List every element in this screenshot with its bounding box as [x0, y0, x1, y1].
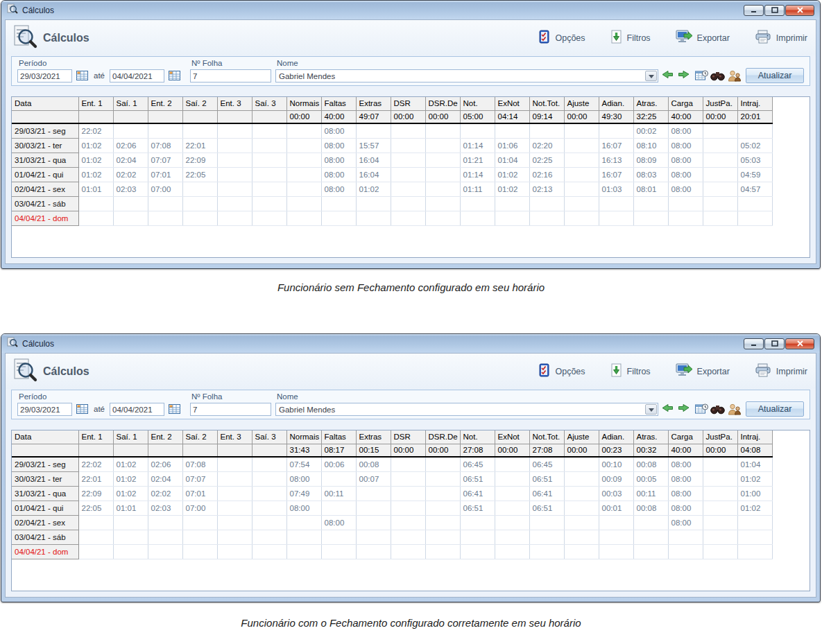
time-cell[interactable]	[148, 196, 182, 211]
time-cell[interactable]: 08:00	[668, 153, 703, 167]
time-cell[interactable]	[495, 457, 529, 471]
close-button[interactable]	[785, 5, 814, 16]
time-cell[interactable]	[668, 530, 703, 544]
time-cell[interactable]: 22:01	[182, 138, 217, 153]
time-cell[interactable]: 08:00	[668, 515, 703, 530]
time-cell[interactable]	[529, 211, 564, 225]
time-cell[interactable]	[737, 544, 772, 559]
time-cell[interactable]: 00:07	[356, 471, 391, 486]
date-cell[interactable]: 30/03/21 - ter	[12, 471, 78, 486]
time-cell[interactable]: 22:05	[78, 501, 113, 515]
titlebar[interactable]: Cálculos	[1, 334, 820, 353]
time-cell[interactable]: 07:08	[148, 138, 182, 153]
date-to-input[interactable]	[110, 69, 164, 82]
time-cell[interactable]	[633, 196, 668, 211]
time-cell[interactable]: 08:00	[668, 138, 703, 153]
time-cell[interactable]: 02:02	[113, 167, 148, 182]
time-cell[interactable]	[564, 501, 599, 515]
time-cell[interactable]	[286, 196, 321, 211]
imprimir-button[interactable]: Imprimir	[755, 30, 807, 46]
time-cell[interactable]	[737, 530, 772, 544]
time-cell[interactable]: 22:05	[182, 167, 217, 182]
time-cell[interactable]: 06:51	[460, 471, 495, 486]
employees-icon[interactable]	[727, 70, 742, 84]
folha-input[interactable]	[190, 69, 271, 82]
time-cell[interactable]	[703, 515, 737, 530]
time-cell[interactable]	[425, 530, 460, 544]
time-cell[interactable]: 07:01	[182, 486, 217, 501]
time-cell[interactable]	[564, 167, 599, 182]
time-cell[interactable]: 00:08	[633, 457, 668, 471]
time-cell[interactable]	[252, 123, 286, 138]
time-cell[interactable]: 01:03	[599, 182, 633, 196]
time-cell[interactable]: 22:02	[78, 123, 113, 138]
time-cell[interactable]	[252, 182, 286, 196]
time-cell[interactable]: 00:05	[633, 471, 668, 486]
time-cell[interactable]	[286, 211, 321, 225]
time-cell[interactable]: 01:06	[495, 138, 529, 153]
time-cell[interactable]	[703, 457, 737, 471]
time-cell[interactable]: 08:00	[321, 123, 356, 138]
time-cell[interactable]	[356, 515, 391, 530]
time-cell[interactable]: 08:00	[668, 167, 703, 182]
date-to-input[interactable]	[110, 403, 164, 416]
time-cell[interactable]: 08:00	[668, 486, 703, 501]
time-cell[interactable]	[460, 515, 495, 530]
time-cell[interactable]	[425, 138, 460, 153]
time-cell[interactable]	[668, 544, 703, 559]
time-cell[interactable]	[356, 544, 391, 559]
chevron-down-icon[interactable]	[645, 404, 657, 415]
time-cell[interactable]: 01:04	[495, 153, 529, 167]
time-cell[interactable]	[425, 515, 460, 530]
time-cell[interactable]	[564, 515, 599, 530]
filtros-button[interactable]: Filtros	[610, 30, 651, 46]
time-cell[interactable]	[737, 123, 772, 138]
time-cell[interactable]	[148, 515, 182, 530]
time-cell[interactable]	[113, 530, 148, 544]
time-cell[interactable]	[217, 544, 252, 559]
time-cell[interactable]	[425, 182, 460, 196]
time-cell[interactable]: 06:45	[529, 457, 564, 471]
time-cell[interactable]: 05:03	[737, 153, 772, 167]
time-cell[interactable]	[391, 182, 425, 196]
time-cell[interactable]	[217, 530, 252, 544]
time-cell[interactable]: 08:01	[633, 182, 668, 196]
time-cell[interactable]: 01:14	[460, 138, 495, 153]
date-from-input[interactable]	[17, 403, 72, 416]
date-cell[interactable]: 03/04/21 - sáb	[12, 196, 78, 211]
time-cell[interactable]: 02:16	[529, 167, 564, 182]
time-cell[interactable]	[78, 530, 113, 544]
time-cell[interactable]: 07:08	[182, 457, 217, 471]
time-cell[interactable]	[252, 211, 286, 225]
time-cell[interactable]	[286, 153, 321, 167]
time-cell[interactable]	[703, 544, 737, 559]
time-cell[interactable]: 06:51	[529, 501, 564, 515]
time-cell[interactable]: 00:08	[356, 457, 391, 471]
time-cell[interactable]	[217, 138, 252, 153]
time-cell[interactable]: 07:00	[182, 501, 217, 515]
time-cell[interactable]	[564, 471, 599, 486]
time-cell[interactable]	[182, 211, 217, 225]
time-cell[interactable]: 08:00	[321, 138, 356, 153]
time-cell[interactable]	[148, 211, 182, 225]
date-cell[interactable]: 01/04/21 - qui	[12, 501, 78, 515]
time-cell[interactable]	[182, 182, 217, 196]
search-icon[interactable]	[710, 403, 725, 417]
time-cell[interactable]	[217, 515, 252, 530]
time-cell[interactable]	[217, 182, 252, 196]
date-cell[interactable]: 29/03/21 - seg	[12, 123, 78, 138]
time-cell[interactable]	[391, 486, 425, 501]
time-cell[interactable]	[564, 138, 599, 153]
time-cell[interactable]	[599, 196, 633, 211]
time-cell[interactable]: 02:02	[148, 486, 182, 501]
time-cell[interactable]: 01:11	[460, 182, 495, 196]
time-cell[interactable]	[668, 196, 703, 211]
time-cell[interactable]: 00:08	[633, 501, 668, 515]
time-cell[interactable]	[252, 544, 286, 559]
maximize-button[interactable]	[764, 338, 785, 349]
time-cell[interactable]	[425, 544, 460, 559]
time-cell[interactable]: 00:02	[633, 123, 668, 138]
time-cell[interactable]	[217, 153, 252, 167]
time-cell[interactable]: 01:02	[78, 153, 113, 167]
time-cell[interactable]: 00:11	[633, 486, 668, 501]
